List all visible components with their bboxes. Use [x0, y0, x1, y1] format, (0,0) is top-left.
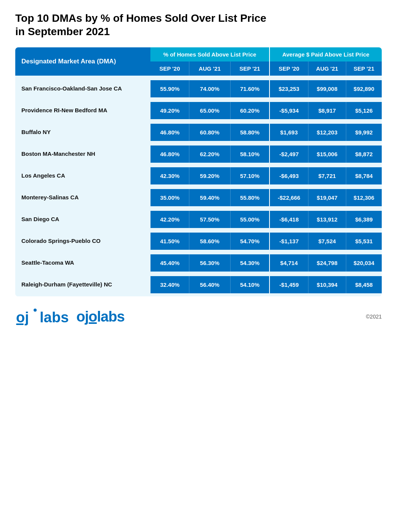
sep21-avg-cell: $6,389 [346, 211, 382, 228]
aug21-pct-header: AUG '21 [189, 61, 230, 76]
table-row: Boston MA-Manchester NH 46.80% 62.20% 58… [15, 146, 382, 163]
aug21-avg-cell: $7,721 [308, 167, 346, 184]
sep21-avg-cell: $5,531 [346, 233, 382, 250]
sep21-avg-cell: $9,992 [346, 124, 382, 141]
sep20-pct-cell: 42.30% [150, 167, 189, 184]
aug21-pct-cell: 59.40% [189, 189, 230, 206]
svg-point-3 [34, 309, 37, 312]
aug21-avg-cell: $15,006 [308, 146, 346, 163]
aug21-pct-cell: 74.00% [189, 80, 230, 97]
table-row: Buffalo NY 46.80% 60.80% 58.80% $1,693 $… [15, 124, 382, 141]
sep20-avg-cell: -$6,418 [269, 211, 308, 228]
dma-name-cell: San Diego CA [15, 211, 150, 228]
sep20-avg-header: SEP '20 [269, 61, 308, 76]
aug21-avg-cell: $7,524 [308, 233, 346, 250]
aug21-pct-cell: 62.20% [189, 146, 230, 163]
dma-name-cell: Monterey-Salinas CA [15, 189, 150, 206]
dma-name-cell: San Francisco-Oakland-San Jose CA [15, 80, 150, 97]
logo: oj labs oj o labs [15, 307, 124, 326]
sep20-pct-cell: 46.80% [150, 124, 189, 141]
sep21-pct-cell: 57.10% [230, 167, 269, 184]
aug21-pct-cell: 58.60% [189, 233, 230, 250]
sep21-avg-cell: $8,458 [346, 276, 382, 293]
sep21-pct-cell: 54.30% [230, 254, 269, 272]
aug21-avg-cell: $24,798 [308, 254, 346, 272]
sep20-avg-cell: $1,693 [269, 124, 308, 141]
sep21-avg-header: SEP '21 [346, 61, 382, 76]
sep20-avg-cell: -$1,459 [269, 276, 308, 293]
sep20-avg-cell: $23,253 [269, 80, 308, 97]
table-row: Seattle-Tacoma WA 45.40% 56.30% 54.30% $… [15, 254, 382, 272]
sep20-avg-cell: $4,714 [269, 254, 308, 272]
logo-display: oj o labs [76, 309, 124, 324]
avg-group-header: Average $ Paid Above List Price [269, 47, 382, 61]
aug21-avg-cell: $12,203 [308, 124, 346, 141]
sep21-avg-cell: $5,126 [346, 102, 382, 119]
sep21-pct-cell: 54.10% [230, 276, 269, 293]
table-row: Los Angeles CA 42.30% 59.20% 57.10% -$6,… [15, 167, 382, 184]
dma-name-cell: Boston MA-Manchester NH [15, 146, 150, 163]
pct-group-header: % of Homes Sold Above List Price [150, 47, 269, 61]
svg-rect-2 [16, 323, 24, 325]
sep20-pct-cell: 42.20% [150, 211, 189, 228]
aug21-pct-cell: 57.50% [189, 211, 230, 228]
logo-svg: oj labs [15, 307, 76, 326]
sep21-avg-cell: $20,034 [346, 254, 382, 272]
aug21-avg-cell: $10,394 [308, 276, 346, 293]
logo-o-with-bar: o [89, 309, 97, 324]
table-row: Providence RI-New Bedford MA 49.20% 65.0… [15, 102, 382, 119]
copyright-text: ©2021 [366, 314, 382, 320]
dma-name-cell: Providence RI-New Bedford MA [15, 102, 150, 119]
dma-column-header: Designated Market Area (DMA) [15, 47, 150, 76]
aug21-pct-cell: 65.00% [189, 102, 230, 119]
dma-name-cell: Los Angeles CA [15, 167, 150, 184]
sep20-avg-cell: -$2,497 [269, 146, 308, 163]
dma-name-cell: Colorado Springs-Pueblo CO [15, 233, 150, 250]
sep20-pct-cell: 41.50% [150, 233, 189, 250]
sep21-pct-cell: 60.20% [230, 102, 269, 119]
sep21-pct-cell: 58.10% [230, 146, 269, 163]
sep21-pct-cell: 55.00% [230, 211, 269, 228]
page-title: Top 10 DMAs by % of Homes Sold Over List… [15, 11, 382, 38]
sep20-pct-cell: 45.40% [150, 254, 189, 272]
sep21-avg-cell: $8,784 [346, 167, 382, 184]
dma-name-cell: Seattle-Tacoma WA [15, 254, 150, 272]
header-row-group: Designated Market Area (DMA) % of Homes … [15, 47, 382, 61]
sep20-avg-cell: -$22,666 [269, 189, 308, 206]
sep20-pct-cell: 35.00% [150, 189, 189, 206]
sep21-pct-cell: 71.60% [230, 80, 269, 97]
table-row: Raleigh-Durham (Fayetteville) NC 32.40% … [15, 276, 382, 293]
data-table: Designated Market Area (DMA) % of Homes … [15, 47, 382, 296]
footer: oj labs oj o labs ©2021 [15, 307, 382, 326]
sep20-avg-cell: -$6,493 [269, 167, 308, 184]
sep21-avg-cell: $8,872 [346, 146, 382, 163]
aug21-pct-cell: 59.20% [189, 167, 230, 184]
sep21-avg-cell: $92,890 [346, 80, 382, 97]
sep20-avg-cell: -$5,934 [269, 102, 308, 119]
aug21-avg-header: AUG '21 [308, 61, 346, 76]
logo-labs: labs [97, 309, 124, 324]
svg-text:labs: labs [40, 309, 69, 325]
sep21-pct-header: SEP '21 [230, 61, 269, 76]
sep20-pct-cell: 32.40% [150, 276, 189, 293]
aug21-pct-cell: 56.30% [189, 254, 230, 272]
sep20-pct-cell: 46.80% [150, 146, 189, 163]
logo-bar [89, 322, 97, 324]
sep21-pct-cell: 58.80% [230, 124, 269, 141]
aug21-avg-cell: $8,917 [308, 102, 346, 119]
dma-name-cell: Raleigh-Durham (Fayetteville) NC [15, 276, 150, 293]
aug21-pct-cell: 56.40% [189, 276, 230, 293]
sep20-pct-cell: 49.20% [150, 102, 189, 119]
table-row: San Diego CA 42.20% 57.50% 55.00% -$6,41… [15, 211, 382, 228]
logo-oj: oj [76, 309, 89, 324]
aug21-avg-cell: $19,047 [308, 189, 346, 206]
sep21-pct-cell: 54.70% [230, 233, 269, 250]
sep20-pct-header: SEP '20 [150, 61, 189, 76]
aug21-avg-cell: $13,912 [308, 211, 346, 228]
table-row: Colorado Springs-Pueblo CO 41.50% 58.60%… [15, 233, 382, 250]
aug21-pct-cell: 60.80% [189, 124, 230, 141]
sep21-pct-cell: 55.80% [230, 189, 269, 206]
dma-name-cell: Buffalo NY [15, 124, 150, 141]
main-table-wrapper: Designated Market Area (DMA) % of Homes … [15, 47, 382, 296]
aug21-avg-cell: $99,008 [308, 80, 346, 97]
